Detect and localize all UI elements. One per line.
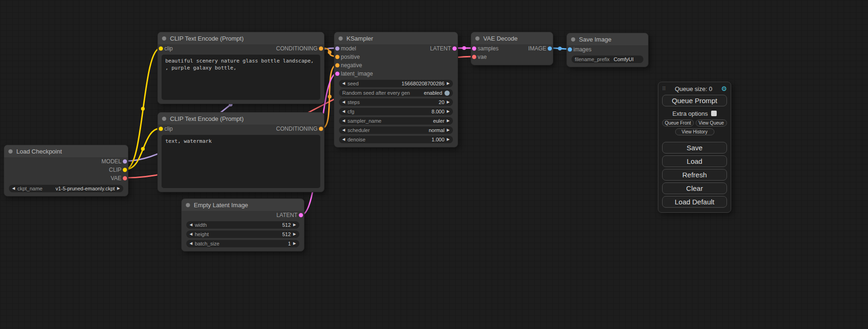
samples-input-slot[interactable] xyxy=(472,47,476,51)
increment-arrow-icon[interactable]: ▶ xyxy=(447,100,450,104)
decrement-arrow-icon[interactable]: ◀ xyxy=(342,100,345,104)
settings-gear-icon[interactable]: ⚙ xyxy=(721,85,727,92)
collapse-dot[interactable] xyxy=(571,37,575,42)
collapse-dot[interactable] xyxy=(162,36,166,41)
negative-prompt-textarea[interactable]: text, watermark xyxy=(162,135,320,188)
view-queue-button[interactable]: View Queue xyxy=(696,119,727,126)
decrement-arrow-icon[interactable]: ◀ xyxy=(190,242,192,245)
node-title-bar[interactable]: Load Checkpoint xyxy=(4,145,128,157)
clear-button[interactable]: Clear xyxy=(662,182,727,194)
decrement-arrow-icon[interactable]: ◀ xyxy=(12,187,15,190)
slot-row: clip CONDITIONING xyxy=(158,44,324,53)
link-dot xyxy=(141,107,145,111)
decrement-arrow-icon[interactable]: ◀ xyxy=(342,119,345,123)
clip-input-slot[interactable] xyxy=(159,47,163,51)
slot-row: latent_image xyxy=(334,70,458,78)
clip-input-slot[interactable] xyxy=(159,127,163,131)
decrement-arrow-icon[interactable]: ◀ xyxy=(342,110,345,113)
increment-arrow-icon[interactable]: ▶ xyxy=(447,110,450,113)
latent-image-input-slot[interactable] xyxy=(335,72,339,76)
slot-row: positive xyxy=(334,53,458,61)
negative-input-slot[interactable] xyxy=(335,63,339,68)
latent-output-slot[interactable] xyxy=(299,213,303,217)
decrement-arrow-icon[interactable]: ◀ xyxy=(190,232,192,236)
increment-arrow-icon[interactable]: ▶ xyxy=(447,82,450,85)
increment-arrow-icon[interactable]: ▶ xyxy=(293,232,296,236)
decrement-arrow-icon[interactable]: ◀ xyxy=(342,128,345,132)
widget-scheduler[interactable]: ◀ scheduler normal ▶ xyxy=(339,126,453,134)
image-output-slot[interactable] xyxy=(548,47,552,51)
collapse-dot[interactable] xyxy=(8,149,13,154)
widget-label: Random seed after every gen xyxy=(342,90,410,96)
increment-arrow-icon[interactable]: ▶ xyxy=(293,223,296,227)
decrement-arrow-icon[interactable]: ◀ xyxy=(190,223,192,227)
node-title-bar[interactable]: CLIP Text Encode (Prompt) xyxy=(158,112,324,125)
widget-random-seed-toggle[interactable]: Random seed after every gen enabled xyxy=(339,89,453,97)
node-title-bar[interactable]: VAE Decode xyxy=(471,32,553,44)
widget-steps[interactable]: ◀ steps 20 ▶ xyxy=(339,98,453,106)
node-graph-canvas[interactable]: Load Checkpoint MODEL CLIP VAE ◀ ckpt_na… xyxy=(0,0,868,329)
increment-arrow-icon[interactable]: ▶ xyxy=(293,242,296,245)
clip-output-slot[interactable] xyxy=(123,168,127,172)
widget-label: filename_prefix xyxy=(575,56,610,62)
extra-options-row: Extra options xyxy=(662,109,727,118)
node-save-image[interactable]: Save Image images filename_prefix ComfyU… xyxy=(566,33,649,67)
save-button[interactable]: Save xyxy=(662,142,727,154)
input-label: model xyxy=(341,45,356,52)
node-title-bar[interactable]: Save Image xyxy=(567,33,648,45)
widget-sampler-name[interactable]: ◀ sampler_name euler ▶ xyxy=(339,117,453,125)
refresh-button[interactable]: Refresh xyxy=(662,169,727,181)
toggle-knob[interactable] xyxy=(445,91,450,96)
latent-output-slot[interactable] xyxy=(452,47,457,51)
node-vae-decode[interactable]: VAE Decode samples IMAGE vae xyxy=(471,32,553,65)
drag-handle-icon[interactable]: ⠿ xyxy=(662,86,666,92)
images-input-slot[interactable] xyxy=(568,48,572,52)
increment-arrow-icon[interactable]: ▶ xyxy=(447,119,450,123)
queue-prompt-button[interactable]: Queue Prompt xyxy=(662,95,727,106)
node-clip-text-encode-positive[interactable]: CLIP Text Encode (Prompt) clip CONDITION… xyxy=(157,32,325,104)
vae-output-slot[interactable] xyxy=(123,176,127,181)
vae-input-slot[interactable] xyxy=(472,55,476,59)
output-label: IMAGE xyxy=(528,45,546,52)
widget-ckpt-name[interactable]: ◀ ckpt_name v1-5-pruned-emaonly.ckpt ▶ xyxy=(9,185,123,192)
node-load-checkpoint[interactable]: Load Checkpoint MODEL CLIP VAE ◀ ckpt_na… xyxy=(4,145,128,196)
output-label: LATENT xyxy=(430,45,451,52)
collapse-dot[interactable] xyxy=(475,36,480,41)
node-title-bar[interactable]: KSampler xyxy=(334,32,458,44)
widget-denoise[interactable]: ◀ denoise 1.000 ▶ xyxy=(339,136,453,143)
widget-batch-size[interactable]: ◀ batch_size 1 ▶ xyxy=(186,240,299,247)
decrement-arrow-icon[interactable]: ◀ xyxy=(342,138,345,141)
widget-filename-prefix[interactable]: filename_prefix ComfyUI xyxy=(572,56,643,63)
widget-seed[interactable]: ◀ seed 156680208700286 ▶ xyxy=(339,80,453,87)
widget-label: sampler_name xyxy=(347,118,381,124)
collapse-dot[interactable] xyxy=(186,203,190,207)
node-ksampler[interactable]: KSampler model LATENT positive negative … xyxy=(334,32,458,147)
load-button[interactable]: Load xyxy=(662,155,727,167)
increment-arrow-icon[interactable]: ▶ xyxy=(447,128,450,132)
model-output-slot[interactable] xyxy=(123,160,127,164)
conditioning-output-slot[interactable] xyxy=(319,127,323,131)
collapse-dot[interactable] xyxy=(339,36,343,41)
queue-front-button[interactable]: Queue Front xyxy=(662,119,694,126)
model-input-slot[interactable] xyxy=(335,47,339,51)
node-empty-latent-image[interactable]: Empty Latent Image LATENT ◀ width 512 ▶ … xyxy=(181,198,304,252)
increment-arrow-icon[interactable]: ▶ xyxy=(447,138,450,141)
widget-cfg[interactable]: ◀ cfg 8.000 ▶ xyxy=(339,108,453,115)
node-title-bar[interactable]: Empty Latent Image xyxy=(182,199,304,211)
positive-input-slot[interactable] xyxy=(335,55,339,59)
node-clip-text-encode-negative[interactable]: CLIP Text Encode (Prompt) clip CONDITION… xyxy=(157,112,325,192)
extra-options-checkbox[interactable] xyxy=(711,111,717,116)
output-label: CLIP xyxy=(109,167,121,173)
decrement-arrow-icon[interactable]: ◀ xyxy=(342,82,345,85)
widget-height[interactable]: ◀ height 512 ▶ xyxy=(186,231,299,238)
widget-width[interactable]: ◀ width 512 ▶ xyxy=(186,221,299,229)
slot-row: samples IMAGE xyxy=(471,44,553,53)
node-title-bar[interactable]: CLIP Text Encode (Prompt) xyxy=(158,32,324,44)
conditioning-output-slot[interactable] xyxy=(319,47,323,51)
view-history-button[interactable]: View History xyxy=(675,128,714,135)
increment-arrow-icon[interactable]: ▶ xyxy=(117,187,120,190)
collapse-dot[interactable] xyxy=(162,117,166,121)
load-default-button[interactable]: Load Default xyxy=(662,196,727,208)
positive-prompt-textarea[interactable]: beautiful scenery nature glass bottle la… xyxy=(162,55,320,100)
queue-panel: ⠿ Queue size: 0 ⚙ Queue Prompt Extra opt… xyxy=(658,82,731,213)
